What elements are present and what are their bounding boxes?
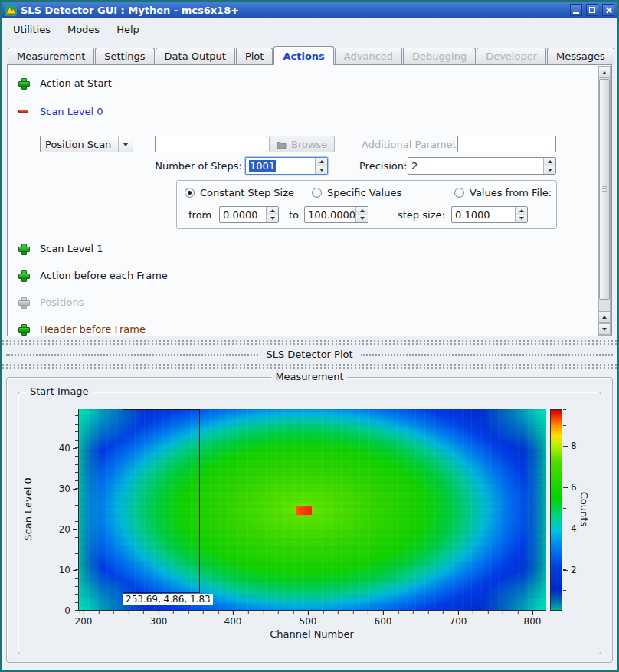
start-image-group-title: Start Image	[26, 385, 93, 397]
menu-modes[interactable]: Modes	[60, 21, 107, 38]
spin-up-button[interactable]	[316, 158, 327, 166]
x-major-tick	[308, 611, 309, 615]
spin-down-icon	[270, 217, 275, 220]
plot-dock-header[interactable]: SLS Detector Plot	[2, 346, 617, 362]
titlebar[interactable]: SLS Detector GUI : Mythen - mcs6x18+	[2, 2, 617, 18]
scroll-up-button-2[interactable]	[599, 311, 610, 323]
spin-down-button[interactable]	[356, 215, 368, 223]
radio-constant-step-size[interactable]: Constant Step Size	[185, 187, 294, 198]
radio-file-label: Values from File:	[470, 187, 552, 198]
spin-up-button[interactable]	[356, 207, 368, 215]
tab-plot[interactable]: Plot	[236, 48, 273, 64]
scan-mode-combobox[interactable]: Position Scan	[40, 136, 133, 152]
scan-level-1-label: Scan Level 1	[40, 243, 103, 254]
close-icon	[605, 7, 612, 14]
scroll-up-button[interactable]	[599, 67, 610, 78]
tab-measurement[interactable]: Measurement	[8, 48, 94, 64]
number-of-steps-spinbox[interactable]: 1001	[245, 157, 328, 175]
scroll-up-icon	[602, 71, 607, 74]
maximize-button[interactable]	[586, 4, 598, 16]
radio-values-from-file[interactable]: Values from File:	[454, 187, 552, 198]
step-size-spinbox[interactable]: 0.1000	[451, 206, 528, 223]
close-button[interactable]	[602, 4, 614, 16]
expand-plus-icon[interactable]	[18, 244, 28, 254]
scroll-down-button[interactable]	[599, 323, 610, 335]
window-title: SLS Detector GUI : Mythen - mcs6x18+	[21, 5, 566, 16]
precision-spinbox[interactable]: 2	[408, 157, 556, 175]
from-spinbox[interactable]: 0.0000	[219, 206, 279, 223]
tab-settings[interactable]: Settings	[95, 48, 154, 64]
scan-mode-value: Position Scan	[41, 139, 118, 150]
minimize-button[interactable]	[570, 4, 582, 16]
header-before-frame-row[interactable]: Header before Frame	[18, 323, 146, 335]
x-tick-label: 800	[517, 616, 548, 627]
x-major-tick	[84, 611, 84, 615]
radio-icon[interactable]	[454, 188, 464, 198]
x-tick-label: 700	[443, 616, 473, 627]
dock-dotted-line	[6, 354, 258, 356]
spin-up-icon	[319, 160, 324, 163]
scrollbar-thumb[interactable]	[599, 79, 610, 300]
y-tick-label: 0	[41, 605, 70, 616]
spin-down-icon	[519, 217, 524, 220]
additional-parameter-label-wrap: Additional Parameter:	[362, 136, 470, 152]
browse-label: Browse	[291, 139, 327, 150]
combo-arrow-section[interactable]	[118, 136, 133, 152]
tab-messages[interactable]: Messages	[547, 48, 614, 64]
spin-down-button[interactable]	[316, 166, 327, 174]
step-size-value: 0.1000	[452, 207, 515, 222]
app-window: SLS Detector GUI : Mythen - mcs6x18+ Uti…	[0, 0, 619, 672]
scan-level-0-row[interactable]: Scan Level 0	[18, 106, 103, 117]
scan-file-input[interactable]	[155, 136, 267, 152]
spin-down-icon	[360, 217, 365, 220]
spin-down-button[interactable]	[267, 215, 278, 223]
tab-advanced: Advanced	[335, 48, 402, 64]
dock-dotted-line	[361, 354, 613, 356]
expand-plus-icon[interactable]	[18, 270, 28, 280]
maximize-icon	[589, 7, 595, 13]
splitter-handle-bottom[interactable]	[2, 363, 617, 369]
spin-up-button[interactable]	[267, 207, 278, 215]
y-tick-label: 10	[41, 565, 70, 575]
expand-plus-icon[interactable]	[18, 324, 28, 334]
expand-plus-icon[interactable]	[18, 78, 28, 88]
colorbar-title: Counts	[578, 471, 590, 548]
splitter-handle-top[interactable]	[2, 339, 617, 345]
spin-up-icon	[270, 209, 275, 212]
heatmap-canvas[interactable]: 253.69, 4.86, 1.83	[78, 409, 546, 611]
spin-up-button[interactable]	[544, 158, 555, 166]
precision-label: Precision:	[359, 160, 407, 172]
action-at-start-row[interactable]: Action at Start	[18, 77, 112, 89]
radio-icon[interactable]	[185, 188, 195, 198]
menu-utilities[interactable]: Utilities	[5, 21, 58, 38]
measurement-group-title: Measurement	[271, 371, 347, 382]
tab-data-output[interactable]: Data Output	[156, 48, 235, 64]
vertical-scrollbar[interactable]	[598, 66, 611, 336]
collapse-minus-icon[interactable]	[18, 110, 28, 113]
from-label: from	[188, 209, 211, 221]
positions-label: Positions	[40, 297, 84, 308]
spin-down-button[interactable]	[544, 166, 555, 174]
radio-icon[interactable]	[312, 188, 322, 198]
scroll-down-icon	[602, 328, 607, 331]
browse-button: Browse	[269, 136, 335, 152]
action-before-each-frame-row[interactable]: Action before each Frame	[18, 270, 168, 281]
x-major-tick	[233, 611, 234, 615]
x-major-tick	[532, 611, 533, 615]
radio-specific-label: Specific Values	[327, 187, 401, 198]
action-before-each-frame-label: Action before each Frame	[40, 270, 168, 281]
scan-level-0-label: Scan Level 0	[40, 106, 103, 117]
radio-specific-values[interactable]: Specific Values	[312, 187, 401, 198]
cursor-position-readout: 253.69, 4.86, 1.83	[123, 594, 213, 605]
tab-actions[interactable]: Actions	[273, 46, 333, 65]
scan-level-1-row[interactable]: Scan Level 1	[18, 243, 103, 254]
number-of-steps-label-wrap: Number of Steps:	[107, 157, 242, 175]
zoom-selection-rect	[123, 409, 200, 593]
menu-help[interactable]: Help	[109, 21, 147, 38]
expand-plus-icon-disabled	[18, 297, 28, 307]
additional-parameter-input[interactable]	[457, 136, 556, 152]
tab-debugging: Debugging	[403, 48, 476, 64]
spin-up-button[interactable]	[516, 207, 527, 215]
spin-down-button[interactable]	[516, 215, 527, 223]
to-spinbox[interactable]: 100.0000	[304, 206, 368, 223]
